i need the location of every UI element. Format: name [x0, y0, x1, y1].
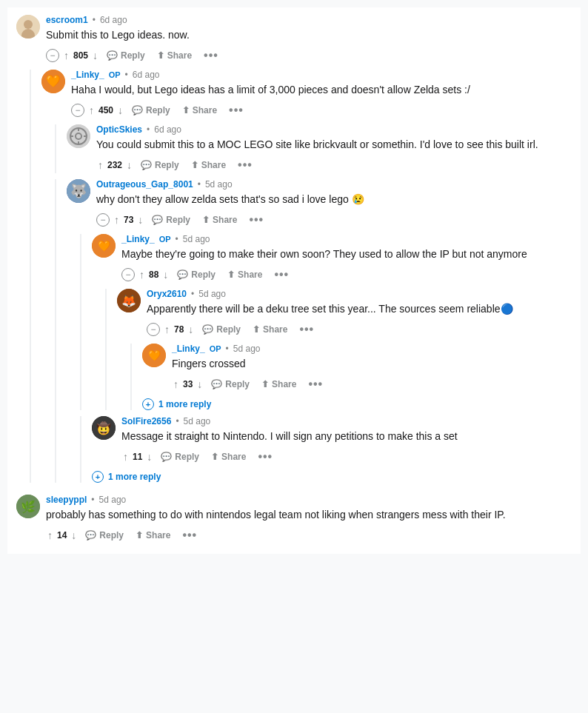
svg-text:🤠: 🤠 [96, 421, 111, 435]
comment-linky3: 🧡 _Linky_ OP • 5d ago Fingers [142, 344, 572, 392]
share-icon-linky2: ⬆ [227, 270, 235, 280]
downvote-opticskies[interactable]: ↓ [125, 158, 133, 173]
upvote-linky3[interactable]: ↑ [172, 377, 180, 392]
more-btn-escroom1[interactable]: ••• [199, 47, 223, 64]
vote-area-sleepyppl: ↑ 14 ↓ [46, 528, 78, 543]
share-btn-linky3[interactable]: ⬆ Share [257, 376, 301, 392]
downvote-linky3[interactable]: ↓ [196, 377, 204, 392]
reply-btn-outrageous[interactable]: 💬 Reply [147, 212, 195, 228]
reply-btn-linky2[interactable]: 💬 Reply [173, 267, 220, 283]
reply-btn-solfire[interactable]: 💬 Reply [156, 449, 204, 465]
avatar-solfire: 🤠 [92, 416, 116, 440]
comment-sleepyppl: 🌿 sleepyppl • 5d ago probably has someth… [16, 495, 572, 543]
more-btn-solfire[interactable]: ••• [253, 449, 277, 465]
more-btn-linky1[interactable]: ••• [224, 102, 248, 118]
more-btn-sleepyppl[interactable]: ••• [178, 527, 201, 543]
share-btn-escroom1[interactable]: ⬆ Share [153, 47, 196, 64]
username-oryx[interactable]: Oryx2610 [147, 289, 187, 299]
share-btn-sleepyppl[interactable]: ⬆ Share [131, 527, 175, 543]
text-opticskies: You could submit this to a MOC LEGO site… [96, 137, 572, 153]
share-btn-solfire[interactable]: ⬆ Share [207, 449, 250, 465]
actions-solfire: ↑ 11 ↓ 💬 Reply ⬆ Share [121, 449, 572, 465]
username-solfire[interactable]: SolFire2656 [121, 416, 171, 426]
vote-area-escroom1: ↑ 805 ↓ [62, 48, 99, 63]
upvote-oryx[interactable]: ↑ [163, 322, 171, 337]
more-replies-oryx[interactable]: + 1 more reply [142, 398, 572, 410]
reply-btn-linky1[interactable]: 💬 Reply [127, 102, 175, 118]
reply-icon-linky1: 💬 [132, 105, 143, 116]
downvote-sleepyppl[interactable]: ↓ [70, 528, 78, 543]
upvote-sleepyppl[interactable]: ↑ [46, 528, 54, 543]
vote-area-opticskies: ↑ 232 ↓ [96, 158, 133, 173]
username-linky1[interactable]: _Linky_ [71, 70, 104, 80]
username-opticskies[interactable]: OpticSkies [96, 124, 142, 135]
reply-icon-opticskies: 💬 [141, 160, 152, 170]
reply-btn-oryx[interactable]: 💬 Reply [198, 321, 245, 338]
reply-btn-escroom1[interactable]: 💬 Reply [102, 47, 150, 64]
reply-btn-opticskies[interactable]: 💬 Reply [136, 157, 184, 173]
collapse-linky2[interactable]: − [121, 268, 135, 281]
share-icon-linky1: ⬆ [182, 105, 190, 116]
share-btn-linky2[interactable]: ⬆ Share [223, 267, 267, 283]
comment-body-solfire: SolFire2656 • 5d ago Message it straight… [121, 416, 572, 465]
downvote-solfire[interactable]: ↓ [145, 449, 153, 464]
comment-linky1: 🧡 _Linky_ OP • 6d ago Haha I would, but … [41, 70, 572, 118]
share-icon-linky3: ⬆ [261, 379, 269, 389]
vote-count-solfire: 11 [133, 452, 142, 462]
time-linky2: 5d ago [183, 234, 210, 244]
more-btn-outrageous[interactable]: ••• [244, 212, 268, 228]
time-sleepyppl: 5d ago [99, 495, 127, 505]
collapse-linky1[interactable]: − [71, 104, 84, 117]
dot-outrageous: • [198, 179, 201, 190]
vote-area-linky2: ↑ 88 ↓ [138, 267, 170, 282]
comment-body-escroom1: escroom1 • 6d ago Submit this to Lego id… [46, 15, 572, 64]
downvote-escroom1[interactable]: ↓ [91, 48, 99, 63]
username-sleepyppl[interactable]: sleepyppl [46, 495, 87, 505]
more-replies-outrageous[interactable]: + 1 more reply [92, 471, 572, 483]
downvote-outrageous[interactable]: ↓ [136, 212, 144, 227]
downvote-linky2[interactable]: ↓ [161, 267, 170, 282]
username-escroom1[interactable]: escroom1 [46, 15, 88, 25]
share-btn-oryx[interactable]: ⬆ Share [248, 321, 292, 338]
comment-meta-sleepyppl: sleepyppl • 5d ago [46, 495, 572, 505]
svg-text:🧡: 🧡 [46, 74, 61, 88]
dot-opticskies: • [147, 124, 150, 135]
avatar-linky1: 🧡 [41, 70, 65, 93]
upvote-solfire[interactable]: ↑ [121, 449, 130, 464]
dot-oryx: • [191, 289, 194, 299]
svg-text:🧡: 🧡 [98, 240, 111, 252]
time-linky3: 5d ago [233, 344, 261, 354]
op-badge-linky2: OP [159, 235, 171, 244]
username-linky3[interactable]: _Linky_ [172, 344, 205, 354]
upvote-linky1[interactable]: ↑ [87, 103, 96, 118]
reply-btn-linky3[interactable]: 💬 Reply [207, 376, 254, 392]
upvote-opticskies[interactable]: ↑ [96, 158, 104, 173]
upvote-escroom1[interactable]: ↑ [62, 48, 70, 63]
more-btn-linky2[interactable]: ••• [270, 267, 293, 283]
vote-area-linky3: ↑ 33 ↓ [172, 377, 204, 392]
username-outrageous[interactable]: Outrageous_Gap_8001 [96, 179, 193, 190]
share-btn-opticskies[interactable]: ⬆ Share [187, 157, 230, 173]
vote-count-linky2: 88 [149, 270, 158, 280]
downvote-linky1[interactable]: ↓ [116, 103, 124, 118]
downvote-oryx[interactable]: ↓ [187, 322, 195, 337]
comment-body-opticskies: OpticSkies • 6d ago You could submit thi… [96, 124, 572, 173]
comment-linky2: 🧡 _Linky_ OP • 5d ago Maybe they're goin… [92, 234, 572, 283]
text-outrageous: why don't they allow zelda sets that's s… [96, 192, 572, 207]
svg-text:🧡: 🧡 [148, 349, 161, 362]
more-btn-linky3[interactable]: ••• [304, 376, 327, 392]
collapse-oryx[interactable]: − [147, 323, 160, 336]
upvote-linky2[interactable]: ↑ [138, 267, 146, 282]
vote-area-linky1: ↑ 450 ↓ [87, 103, 124, 118]
more-btn-opticskies[interactable]: ••• [233, 157, 257, 173]
collapse-outrageous[interactable]: − [96, 213, 110, 227]
reply-btn-sleepyppl[interactable]: 💬 Reply [81, 527, 128, 543]
share-btn-outrageous[interactable]: ⬆ Share [198, 212, 241, 228]
avatar-linky3: 🧡 [142, 344, 166, 367]
collapse-escroom1[interactable]: − [46, 49, 59, 62]
actions-opticskies: ↑ 232 ↓ 💬 Reply ⬆ Share ••• [96, 157, 572, 173]
more-btn-oryx[interactable]: ••• [295, 321, 318, 338]
share-btn-linky1[interactable]: ⬆ Share [178, 102, 221, 118]
upvote-outrageous[interactable]: ↑ [113, 212, 121, 227]
username-linky2[interactable]: _Linky_ [121, 234, 155, 244]
